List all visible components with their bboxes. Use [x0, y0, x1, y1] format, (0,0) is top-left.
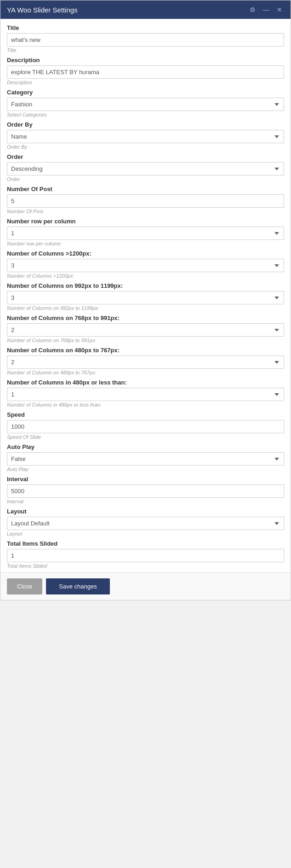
number-row-per-column-select[interactable]: 1 2 3 4	[7, 227, 284, 240]
columns-992-1199-select[interactable]: 123456	[7, 291, 284, 304]
columns-768-991-label: Number of Columns on 768px to 991px:	[7, 315, 284, 321]
number-of-post-input[interactable]	[7, 194, 284, 208]
widget-container: YA Woo Slider Settings ⚙ — ✕ Title Title…	[0, 0, 291, 600]
total-items-slided-group: Total Items Slided Total Items Slided	[7, 540, 284, 569]
number-of-post-group: Number Of Post Number Of Post	[7, 186, 284, 214]
number-row-per-column-label: Number row per column	[7, 218, 284, 225]
layout-label: Layout	[7, 508, 284, 515]
interval-input[interactable]	[7, 484, 284, 498]
interval-group: Interval Interval	[7, 476, 284, 504]
number-row-per-column-group: Number row per column 1 2 3 4 Number row…	[7, 218, 284, 246]
columns-480-767-select[interactable]: 1234	[7, 355, 284, 369]
speed-input[interactable]	[7, 420, 284, 433]
category-group: Category Fashion Uncategorized Select Ca…	[7, 89, 284, 117]
description-label: Description	[7, 57, 284, 64]
gear-icon[interactable]: ⚙	[248, 5, 257, 14]
columns-480-767-group: Number of Columns on 480px to 767px: 123…	[7, 347, 284, 375]
interval-hint: Interval	[7, 499, 284, 504]
header-controls: ⚙ — ✕	[248, 5, 284, 14]
columns-992-1199-group: Number of Columns on 992px to 1199px: 12…	[7, 282, 284, 311]
auto-play-hint: Auto Play	[7, 466, 284, 472]
category-label: Category	[7, 89, 284, 96]
speed-hint: Speed Of Slide	[7, 434, 284, 440]
layout-select[interactable]: Layout Default Layout 1 Layout 2	[7, 517, 284, 530]
category-select[interactable]: Fashion Uncategorized	[7, 98, 284, 111]
description-group: Description Description	[7, 57, 284, 85]
order-hint: Order	[7, 176, 284, 182]
columns-480-767-hint: Number of Columns on 480px to 767px:	[7, 370, 284, 375]
columns-480-less-group: Number of Columns in 480px or less than:…	[7, 379, 284, 408]
total-items-slided-input[interactable]	[7, 549, 284, 562]
columns-768-991-hint: Number of Columns on 768px to 991px:	[7, 338, 284, 343]
order-group: Order Descending Ascending Order	[7, 153, 284, 182]
number-row-per-column-hint: Number row per column	[7, 241, 284, 246]
order-by-hint: Order By	[7, 144, 284, 150]
title-input[interactable]	[7, 33, 284, 47]
auto-play-select[interactable]: False True	[7, 452, 284, 466]
columns-480-less-hint: Number of Columns in 480px or less than:	[7, 402, 284, 408]
interval-label: Interval	[7, 476, 284, 483]
layout-hint: Layout	[7, 531, 284, 536]
widget-header: YA Woo Slider Settings ⚙ — ✕	[0, 0, 291, 19]
speed-label: Speed	[7, 411, 284, 418]
close-button[interactable]: Close	[7, 578, 42, 594]
speed-group: Speed Speed Of Slide	[7, 411, 284, 440]
widget-footer: Close Save changes	[0, 572, 291, 600]
columns-768-991-select[interactable]: 1234	[7, 323, 284, 337]
save-button[interactable]: Save changes	[46, 578, 109, 594]
title-label: Title	[7, 24, 284, 31]
total-items-slided-hint: Total Items Slided	[7, 563, 284, 569]
description-input[interactable]	[7, 65, 284, 79]
columns-480-less-select[interactable]: 123	[7, 388, 284, 401]
number-of-post-label: Number Of Post	[7, 186, 284, 192]
number-of-post-hint: Number Of Post	[7, 209, 284, 214]
columns-480-767-label: Number of Columns on 480px to 767px:	[7, 347, 284, 354]
layout-group: Layout Layout Default Layout 1 Layout 2 …	[7, 508, 284, 536]
columns-768-991-group: Number of Columns on 768px to 991px: 123…	[7, 315, 284, 343]
total-items-slided-label: Total Items Slided	[7, 540, 284, 547]
columns-992-1199-label: Number of Columns on 992px to 1199px:	[7, 282, 284, 289]
columns-1200-select[interactable]: 123456	[7, 259, 284, 272]
order-by-label: Order By	[7, 121, 284, 128]
close-icon[interactable]: ✕	[275, 5, 284, 14]
minimize-icon[interactable]: —	[261, 5, 271, 14]
order-select[interactable]: Descending Ascending	[7, 162, 284, 175]
order-by-select[interactable]: Name Date ID Price	[7, 130, 284, 143]
columns-1200-group: Number of Columns >1200px: 123456 Number…	[7, 250, 284, 279]
widget-title: YA Woo Slider Settings	[7, 6, 78, 14]
columns-992-1199-hint: Number of Columns on 992px to 1199px:	[7, 305, 284, 311]
auto-play-group: Auto Play False True Auto Play	[7, 443, 284, 472]
auto-play-label: Auto Play	[7, 443, 284, 450]
title-group: Title Title	[7, 24, 284, 53]
columns-1200-hint: Number of Columns >1200px:	[7, 273, 284, 279]
description-hint: Description	[7, 80, 284, 85]
category-hint: Select Categories	[7, 112, 284, 117]
columns-1200-label: Number of Columns >1200px:	[7, 250, 284, 257]
order-label: Order	[7, 153, 284, 160]
title-hint: Title	[7, 47, 284, 53]
order-by-group: Order By Name Date ID Price Order By	[7, 121, 284, 150]
widget-body: Title Title Description Description Cate…	[0, 19, 291, 569]
columns-480-less-label: Number of Columns in 480px or less than:	[7, 379, 284, 386]
